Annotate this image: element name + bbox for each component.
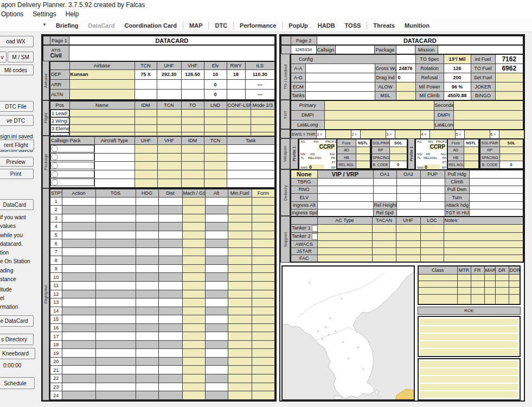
flightplan-cell[interactable]	[228, 307, 252, 315]
flightplan-cell[interactable]	[252, 214, 275, 222]
package-freq-field[interactable]	[157, 179, 181, 188]
flightplan-cell[interactable]	[158, 307, 182, 315]
flightplan-cell[interactable]	[62, 197, 95, 206]
support-field[interactable]	[372, 232, 396, 240]
support-field[interactable]	[317, 232, 372, 240]
toolbar-datacard[interactable]: DataCard	[84, 22, 120, 29]
flightplan-cell[interactable]	[182, 264, 205, 273]
roe-block-2[interactable]	[418, 358, 521, 400]
rp-field[interactable]	[499, 147, 523, 154]
threat-field[interactable]	[509, 288, 520, 294]
int-fuel-value[interactable]: 7162	[495, 54, 523, 63]
toolbar-dtc[interactable]: DTC	[210, 22, 232, 29]
flightplan-cell[interactable]	[158, 239, 182, 248]
threat-field[interactable]	[495, 294, 509, 304]
oa2-field[interactable]	[396, 186, 420, 193]
spacing-field[interactable]	[389, 154, 407, 161]
threat-field[interactable]	[471, 294, 484, 304]
pup-field[interactable]	[420, 186, 445, 193]
flightplan-cell[interactable]	[158, 349, 182, 358]
flightplan-cell[interactable]	[252, 239, 275, 248]
airbase-cell[interactable]: ---	[245, 79, 275, 89]
flightplan-cell[interactable]	[228, 357, 252, 366]
flight-field[interactable]	[204, 125, 227, 132]
flightplan-cell[interactable]	[158, 298, 182, 307]
package-actype-field[interactable]	[94, 170, 134, 179]
package-task-field[interactable]	[227, 179, 275, 188]
threat-field[interactable]	[495, 274, 509, 281]
support-field[interactable]	[317, 224, 372, 232]
flightplan-cell[interactable]	[95, 256, 136, 265]
support-field[interactable]	[372, 241, 396, 248]
pup-field[interactable]	[420, 193, 445, 201]
flightplan-cell[interactable]	[95, 366, 136, 374]
flightplan-cell[interactable]	[252, 298, 275, 307]
package-freq-field[interactable]	[181, 170, 204, 179]
flightplan-cell[interactable]	[205, 273, 228, 282]
airbase-cell[interactable]	[157, 90, 181, 100]
config-cell[interactable]	[396, 54, 415, 63]
flightplan-cell[interactable]	[95, 222, 136, 231]
flightplan-cell[interactable]	[62, 214, 95, 222]
flightplan-cell[interactable]	[182, 256, 205, 265]
flightplan-cell[interactable]	[205, 247, 228, 256]
tgt-right-field[interactable]	[453, 100, 523, 110]
tgt-left-field[interactable]	[324, 120, 434, 130]
threat-field[interactable]	[418, 274, 457, 281]
flightplan-cell[interactable]	[182, 391, 205, 400]
schedule-button[interactable]: Schedule	[0, 377, 35, 389]
oa2-field[interactable]	[396, 193, 420, 201]
flightplan-cell[interactable]	[228, 383, 252, 391]
flightplan-cell[interactable]	[136, 340, 158, 349]
flightplan-cell[interactable]	[182, 206, 205, 214]
flightplan-cell[interactable]	[228, 298, 252, 307]
flightplan-cell[interactable]	[228, 374, 252, 383]
flight-select-radio[interactable]	[67, 118, 69, 124]
flightplan-cell[interactable]	[205, 383, 228, 391]
flightplan-cell[interactable]	[252, 264, 275, 273]
flightplan-cell[interactable]	[228, 290, 252, 298]
flight-field[interactable]	[251, 125, 275, 132]
drag-ind-value[interactable]: 0	[396, 73, 415, 82]
airbase-rwy-field[interactable]	[227, 90, 245, 100]
package-callsign-cell[interactable]	[50, 145, 94, 152]
flightplan-cell[interactable]	[62, 315, 95, 324]
flightplan-cell[interactable]	[252, 323, 275, 332]
flightplan-cell[interactable]	[228, 340, 252, 349]
flightplan-cell[interactable]	[252, 366, 275, 374]
flight-field[interactable]	[69, 125, 134, 132]
flightplan-cell[interactable]	[228, 366, 252, 374]
delivery-mode[interactable]: None	[291, 170, 317, 178]
package-freq-field[interactable]	[204, 144, 227, 153]
flightplan-cell[interactable]	[182, 239, 205, 248]
toolbar-performance[interactable]: Performance	[235, 22, 281, 29]
flightplan-cell[interactable]	[136, 197, 158, 206]
support-field[interactable]	[396, 255, 420, 262]
airbase-cell[interactable]	[157, 79, 181, 89]
flightplan-cell[interactable]	[136, 273, 158, 282]
tanker-checkbox[interactable]	[312, 225, 317, 232]
ews-slot-field[interactable]	[325, 130, 351, 139]
flight-field[interactable]	[181, 109, 204, 117]
korea-map[interactable]	[281, 265, 415, 400]
flightplan-cell[interactable]	[252, 340, 275, 349]
flightplan-cell[interactable]	[62, 391, 95, 400]
flightplan-cell[interactable]	[205, 256, 228, 265]
flightplan-cell[interactable]	[62, 340, 95, 349]
save-datacard-button[interactable]: e DataCard	[0, 315, 34, 327]
toolbar-coordination-card[interactable]: Coordination Card	[119, 22, 182, 29]
roe-line[interactable]	[420, 391, 518, 398]
flightplan-cell[interactable]	[205, 357, 228, 366]
package-callsign-cell[interactable]	[50, 162, 94, 169]
toolbar-toss[interactable]: TOSS	[340, 22, 366, 29]
flightplan-cell[interactable]	[95, 197, 136, 206]
airbase-cell[interactable]: 0	[204, 79, 227, 89]
airbase-cell[interactable]: ---	[245, 90, 275, 100]
flightplan-cell[interactable]	[136, 214, 158, 222]
threat-field[interactable]	[509, 274, 520, 281]
flightplan-cell[interactable]	[205, 206, 228, 214]
roe-line[interactable]	[420, 349, 518, 355]
dtc-file-button[interactable]: DTC File	[0, 101, 34, 112]
flightplan-cell[interactable]	[62, 298, 95, 307]
package-callsign-cell[interactable]	[50, 179, 94, 186]
